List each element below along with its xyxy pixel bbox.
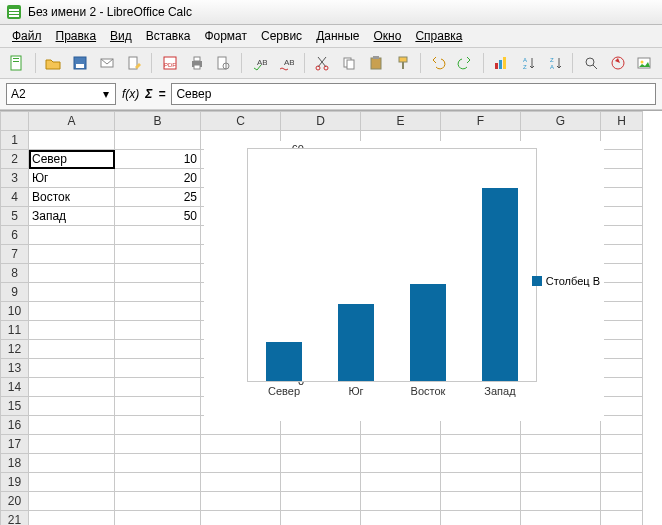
export-pdf-button[interactable]: PDF bbox=[158, 51, 181, 75]
email-button[interactable] bbox=[96, 51, 119, 75]
cell-H21[interactable] bbox=[601, 511, 643, 526]
cut-button[interactable] bbox=[311, 51, 334, 75]
corner-header[interactable] bbox=[1, 112, 29, 131]
dropdown-icon[interactable]: ▾ bbox=[101, 87, 111, 101]
col-header-A[interactable]: A bbox=[29, 112, 115, 131]
cell-H2[interactable] bbox=[601, 150, 643, 169]
menu-format[interactable]: Формат bbox=[198, 27, 253, 45]
cell-B17[interactable] bbox=[115, 435, 201, 454]
cell-A13[interactable] bbox=[29, 359, 115, 378]
cell-B2[interactable]: 10 bbox=[115, 150, 201, 169]
row-header-4[interactable]: 4 bbox=[1, 188, 29, 207]
row-header-8[interactable]: 8 bbox=[1, 264, 29, 283]
row-header-3[interactable]: 3 bbox=[1, 169, 29, 188]
navigator-button[interactable] bbox=[606, 51, 629, 75]
cell-A4[interactable]: Восток bbox=[29, 188, 115, 207]
open-button[interactable] bbox=[42, 51, 65, 75]
col-header-B[interactable]: B bbox=[115, 112, 201, 131]
cell-D20[interactable] bbox=[281, 492, 361, 511]
cell-B11[interactable] bbox=[115, 321, 201, 340]
paste-button[interactable] bbox=[364, 51, 387, 75]
cell-D21[interactable] bbox=[281, 511, 361, 526]
undo-button[interactable] bbox=[427, 51, 450, 75]
cell-B6[interactable] bbox=[115, 226, 201, 245]
cell-H1[interactable] bbox=[601, 131, 643, 150]
row-header-10[interactable]: 10 bbox=[1, 302, 29, 321]
cell-B9[interactable] bbox=[115, 283, 201, 302]
cell-A12[interactable] bbox=[29, 340, 115, 359]
cell-B16[interactable] bbox=[115, 416, 201, 435]
cell-H12[interactable] bbox=[601, 340, 643, 359]
cell-A21[interactable] bbox=[29, 511, 115, 526]
cell-A7[interactable] bbox=[29, 245, 115, 264]
cell-H20[interactable] bbox=[601, 492, 643, 511]
format-paintbrush-button[interactable] bbox=[391, 51, 414, 75]
row-header-2[interactable]: 2 bbox=[1, 150, 29, 169]
col-header-C[interactable]: C bbox=[201, 112, 281, 131]
cell-B14[interactable] bbox=[115, 378, 201, 397]
cell-B19[interactable] bbox=[115, 473, 201, 492]
menu-data[interactable]: Данные bbox=[310, 27, 365, 45]
row-header-20[interactable]: 20 bbox=[1, 492, 29, 511]
col-header-E[interactable]: E bbox=[361, 112, 441, 131]
cell-H13[interactable] bbox=[601, 359, 643, 378]
cell-B1[interactable] bbox=[115, 131, 201, 150]
row-header-16[interactable]: 16 bbox=[1, 416, 29, 435]
cell-G17[interactable] bbox=[521, 435, 601, 454]
cell-B21[interactable] bbox=[115, 511, 201, 526]
formula-input[interactable]: Север bbox=[171, 83, 656, 105]
cell-B18[interactable] bbox=[115, 454, 201, 473]
menu-window[interactable]: Окно bbox=[367, 27, 407, 45]
auto-spellcheck-button[interactable]: ABC bbox=[275, 51, 298, 75]
menu-help[interactable]: Справка bbox=[409, 27, 468, 45]
spellcheck-button[interactable]: ABC bbox=[248, 51, 271, 75]
row-header-19[interactable]: 19 bbox=[1, 473, 29, 492]
redo-button[interactable] bbox=[454, 51, 477, 75]
cell-A18[interactable] bbox=[29, 454, 115, 473]
sum-icon[interactable]: Σ bbox=[145, 87, 152, 101]
row-header-11[interactable]: 11 bbox=[1, 321, 29, 340]
cell-B4[interactable]: 25 bbox=[115, 188, 201, 207]
cell-H10[interactable] bbox=[601, 302, 643, 321]
cell-B15[interactable] bbox=[115, 397, 201, 416]
col-header-H[interactable]: H bbox=[601, 112, 643, 131]
col-header-G[interactable]: G bbox=[521, 112, 601, 131]
cell-F18[interactable] bbox=[441, 454, 521, 473]
cell-G20[interactable] bbox=[521, 492, 601, 511]
cell-H8[interactable] bbox=[601, 264, 643, 283]
cell-H14[interactable] bbox=[601, 378, 643, 397]
sort-asc-button[interactable]: AZ bbox=[517, 51, 540, 75]
cell-B10[interactable] bbox=[115, 302, 201, 321]
chart-button[interactable] bbox=[490, 51, 513, 75]
menu-insert[interactable]: Вставка bbox=[140, 27, 197, 45]
save-button[interactable] bbox=[69, 51, 92, 75]
cell-F21[interactable] bbox=[441, 511, 521, 526]
row-header-21[interactable]: 21 bbox=[1, 511, 29, 526]
cell-H6[interactable] bbox=[601, 226, 643, 245]
equals-icon[interactable]: = bbox=[158, 87, 165, 101]
cell-E18[interactable] bbox=[361, 454, 441, 473]
cell-E20[interactable] bbox=[361, 492, 441, 511]
cell-B3[interactable]: 20 bbox=[115, 169, 201, 188]
cell-C18[interactable] bbox=[201, 454, 281, 473]
cell-A8[interactable] bbox=[29, 264, 115, 283]
cell-A10[interactable] bbox=[29, 302, 115, 321]
cell-C21[interactable] bbox=[201, 511, 281, 526]
cell-F20[interactable] bbox=[441, 492, 521, 511]
row-header-15[interactable]: 15 bbox=[1, 397, 29, 416]
cell-B8[interactable] bbox=[115, 264, 201, 283]
col-header-F[interactable]: F bbox=[441, 112, 521, 131]
print-button[interactable] bbox=[185, 51, 208, 75]
menu-view[interactable]: Вид bbox=[104, 27, 138, 45]
cell-A19[interactable] bbox=[29, 473, 115, 492]
cell-D17[interactable] bbox=[281, 435, 361, 454]
sort-desc-button[interactable]: ZA bbox=[543, 51, 566, 75]
cell-H7[interactable] bbox=[601, 245, 643, 264]
cell-E21[interactable] bbox=[361, 511, 441, 526]
find-button[interactable] bbox=[579, 51, 602, 75]
cell-B7[interactable] bbox=[115, 245, 201, 264]
cell-A14[interactable] bbox=[29, 378, 115, 397]
gallery-button[interactable] bbox=[633, 51, 656, 75]
cell-A17[interactable] bbox=[29, 435, 115, 454]
row-header-5[interactable]: 5 bbox=[1, 207, 29, 226]
